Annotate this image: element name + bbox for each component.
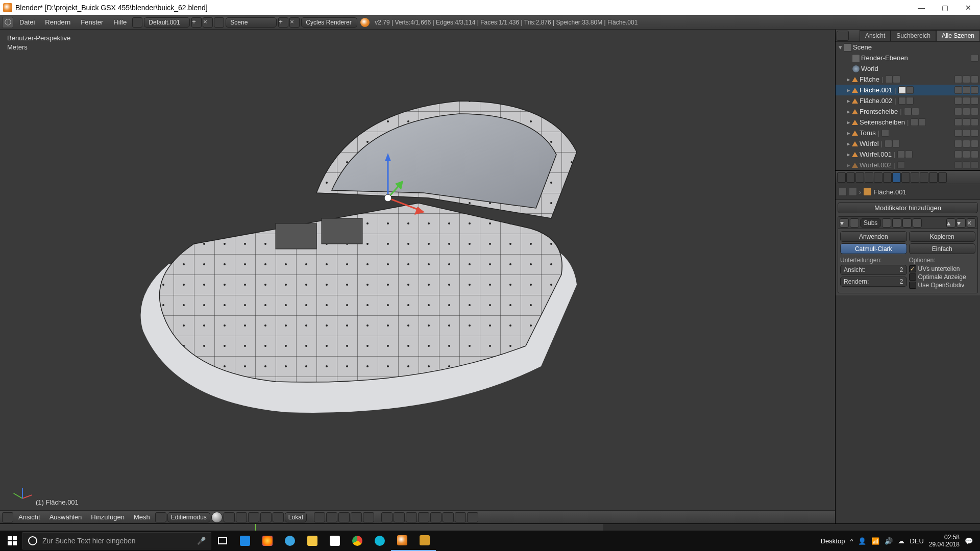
modifier-icon[interactable]	[881, 129, 889, 137]
visibility-icon[interactable]	[954, 118, 962, 126]
outliner-editor-icon[interactable]	[837, 31, 849, 41]
add-modifier-button[interactable]: Modifikator hinzufügen	[838, 202, 978, 213]
option-opensubdiv[interactable]: Use OpenSubdiv	[909, 281, 976, 289]
taskbar-app-chrome[interactable]	[346, 531, 369, 551]
layer-button[interactable]	[326, 512, 337, 522]
modifier-icon[interactable]	[911, 118, 918, 126]
taskbar-app-store[interactable]	[324, 531, 346, 551]
close-button[interactable]: ✕	[957, 0, 980, 15]
material-icon[interactable]	[893, 76, 900, 83]
menu-fenster[interactable]: Fenster	[76, 15, 108, 30]
tree-world[interactable]: World	[836, 63, 980, 74]
render-icon[interactable]	[971, 151, 978, 158]
tree-item[interactable]: ▸Frontscheibe|	[836, 106, 980, 117]
render-icon[interactable]	[971, 76, 978, 83]
props-tab-modifiers[interactable]	[892, 172, 901, 183]
tree-item[interactable]: ▸Würfel.002|	[836, 160, 980, 170]
scene-delete-button[interactable]: ×	[289, 17, 300, 28]
props-tab-render[interactable]	[837, 172, 846, 183]
modifier-editmode-toggle[interactable]	[902, 218, 912, 228]
props-tab-physics[interactable]	[938, 172, 947, 183]
taskbar-app-other[interactable]	[413, 531, 436, 551]
tree-item[interactable]: ▸Torus|	[836, 128, 980, 138]
layout-selector[interactable]: Default.001	[144, 17, 190, 28]
orientation-selector[interactable]: Lokal	[285, 512, 307, 522]
modifier-name-field[interactable]: Subs	[860, 218, 881, 228]
render-icon[interactable]	[971, 86, 978, 94]
props-tab-object[interactable]	[874, 172, 883, 183]
render-icon[interactable]	[971, 140, 978, 147]
modifier-icon[interactable]	[885, 140, 892, 147]
layer-button[interactable]	[314, 512, 325, 522]
info-editor-icon[interactable]: ⓘ	[2, 17, 13, 28]
props-tab-material[interactable]	[911, 172, 919, 183]
maximize-button[interactable]: ▢	[933, 0, 957, 15]
render-icon[interactable]	[971, 97, 978, 105]
proportional-edit-button[interactable]	[430, 512, 442, 522]
tree-item[interactable]: ▸Fläche|	[836, 74, 980, 85]
render-icon[interactable]	[971, 129, 978, 137]
layout-browse-button[interactable]	[132, 17, 142, 28]
renderlayer-icon[interactable]	[971, 54, 978, 62]
subdiv-render-field[interactable]: Rendern:2	[840, 277, 907, 287]
tray-onedrive-icon[interactable]: ☁	[898, 537, 904, 545]
material-icon[interactable]	[912, 108, 919, 115]
material-icon[interactable]	[918, 118, 926, 126]
3d-viewport[interactable]: Benutzer-Perspektive Meters	[0, 30, 835, 523]
select-icon[interactable]	[963, 118, 970, 126]
tray-notifications-icon[interactable]: 💬	[965, 537, 973, 545]
vp-menu-auswaehlen[interactable]: Auswählen	[45, 513, 86, 521]
select-icon[interactable]	[963, 129, 970, 137]
outliner-tab-alle-szenen[interactable]: Alle Szenen	[936, 30, 980, 41]
modifier-icon[interactable]	[898, 86, 906, 94]
select-icon[interactable]	[963, 140, 970, 147]
modifier-icon[interactable]	[885, 76, 893, 83]
tray-people-icon[interactable]: 👤	[858, 537, 866, 545]
subdiv-view-field[interactable]: Ansicht:2	[840, 265, 907, 275]
taskbar-app-edge[interactable]	[234, 531, 256, 551]
modifier-apply-button[interactable]: Anwenden	[840, 231, 907, 242]
taskbar-app-explorer[interactable]	[301, 531, 324, 551]
props-tab-constraints[interactable]	[883, 172, 892, 183]
outliner-tab-suchbereich[interactable]: Suchbereich	[891, 30, 936, 41]
tree-item[interactable]: ▸Fläche.002|	[836, 95, 980, 106]
visibility-icon[interactable]	[954, 129, 962, 137]
tree-item[interactable]: ▸Würfel.001|	[836, 149, 980, 160]
scene-selector[interactable]: Scene	[226, 17, 277, 28]
menu-datei[interactable]: Datei	[14, 15, 40, 30]
tray-clock[interactable]: 02:58 29.04.2018	[929, 534, 960, 548]
start-button[interactable]	[2, 531, 22, 551]
render-icon[interactable]	[971, 161, 978, 169]
material-icon[interactable]	[906, 86, 914, 94]
visibility-icon[interactable]	[954, 76, 962, 83]
mic-icon[interactable]: 🎤	[197, 537, 206, 545]
props-tab-texture[interactable]	[920, 172, 928, 183]
tray-network-icon[interactable]: 📶	[871, 537, 879, 545]
select-icon[interactable]	[963, 97, 970, 105]
desktop-button[interactable]: Desktop	[821, 537, 845, 545]
tree-render-layers[interactable]: Render-Ebenen	[836, 53, 980, 63]
layer-button[interactable]	[338, 512, 350, 522]
editor-type-icon[interactable]	[2, 512, 13, 522]
modifier-delete[interactable]: ×	[967, 218, 976, 228]
select-icon[interactable]	[963, 76, 970, 83]
visibility-icon[interactable]	[954, 86, 962, 94]
modifier-move-down[interactable]: ▾	[957, 218, 966, 228]
snap-button[interactable]	[443, 512, 454, 522]
menu-hilfe[interactable]: Hilfe	[108, 15, 132, 30]
minimize-button[interactable]: —	[910, 0, 933, 15]
outliner-tree[interactable]: ▾Scene Render-Ebenen World ▸Fläche| ▸Flä…	[836, 42, 980, 170]
vp-menu-hinzufuegen[interactable]: Hinzufügen	[87, 513, 129, 521]
pin-icon[interactable]	[839, 188, 847, 196]
manipulator-scale[interactable]	[273, 512, 284, 522]
visibility-icon[interactable]	[954, 151, 962, 158]
modifier-cage-toggle[interactable]	[913, 218, 922, 228]
render-icon[interactable]	[971, 108, 978, 115]
taskbar-app-edge2[interactable]	[369, 531, 391, 551]
manipulator-translate[interactable]	[248, 512, 259, 522]
mode-selector[interactable]: Editiermodus	[167, 512, 210, 522]
modifier-copy-button[interactable]: Kopieren	[909, 231, 976, 242]
tray-language[interactable]: DEU	[910, 537, 923, 545]
layout-add-button[interactable]: +	[191, 17, 202, 28]
material-icon[interactable]	[906, 97, 914, 105]
